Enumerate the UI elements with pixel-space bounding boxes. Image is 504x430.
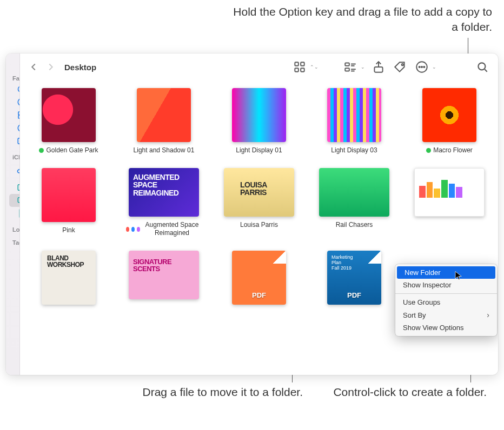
- finder-window: Favorites AirDrop Recents Applications D…: [6, 53, 498, 375]
- sidebar-section-favorites: Favorites: [6, 73, 19, 83]
- thumbnail: [42, 88, 96, 142]
- thumb-text: LOUISAPARRIS: [240, 181, 267, 196]
- menu-item-label: New Folder: [404, 268, 440, 277]
- thumbnail: SIGNATURESCENTS: [129, 251, 199, 299]
- group-button[interactable]: ⌄: [342, 60, 365, 74]
- file-label: Augmented Space Reimagined: [142, 221, 202, 238]
- context-menu-show-inspector[interactable]: Show Inspector: [395, 279, 497, 291]
- svg-rect-8: [295, 62, 299, 66]
- sidebar-item-airdrop[interactable]: AirDrop: [9, 83, 20, 96]
- context-menu: New Folder Show Inspector Use Groups Sor…: [395, 264, 497, 336]
- sidebar-item-downloads[interactable]: Downloads: [9, 122, 20, 135]
- menu-separator: [395, 293, 497, 294]
- file-item[interactable]: AUGMENTEDSPACEREIMAGINED Augmented Space…: [126, 168, 202, 238]
- more-icon: [414, 60, 430, 74]
- chevron-down-icon: ⌄: [361, 64, 365, 70]
- sidebar-item-documents[interactable]: Documents: [9, 207, 20, 220]
- cursor-icon: [454, 271, 463, 280]
- file-item[interactable]: BLANDWORKSHOP: [31, 251, 107, 305]
- file-item[interactable]: MarketingPlanFall 2019 PDF: [316, 251, 392, 305]
- group-icon: [342, 60, 359, 74]
- svg-point-15: [402, 64, 403, 65]
- file-item[interactable]: [412, 168, 487, 238]
- sidebar-tag-vacation[interactable]: Vacation: [9, 258, 20, 270]
- file-item[interactable]: Macro Flower: [412, 88, 487, 155]
- file-item[interactable]: Light Display 01: [221, 88, 297, 155]
- sidebar-item-applications[interactable]: Applications: [9, 109, 20, 122]
- file-label: Macro Flower: [433, 146, 473, 155]
- view-switcher[interactable]: ⌃⌄: [291, 60, 319, 74]
- share-button[interactable]: [370, 60, 387, 74]
- sidebar-item-pink[interactable]: Pink: [9, 135, 20, 147]
- sidebar-tag-weekend[interactable]: Weekend: [9, 292, 20, 304]
- file-item[interactable]: Golden Gate Park: [31, 88, 107, 155]
- file-item[interactable]: Pink: [31, 168, 107, 238]
- traffic-lights: [6, 58, 19, 73]
- svg-rect-13: [345, 68, 349, 71]
- thumbnail: [319, 168, 389, 217]
- file-label: Golden Gate Park: [46, 146, 98, 155]
- toolbar: Desktop ⌃⌄ ⌄ ⌄: [20, 53, 498, 80]
- sidebar-item-desktop[interactable]: Desktop: [9, 194, 20, 207]
- menu-item-label: Sort By: [403, 311, 426, 319]
- tags-button[interactable]: [392, 60, 408, 74]
- svg-rect-14: [374, 67, 382, 72]
- sidebar-item-shared[interactable]: Shared: [9, 181, 20, 194]
- file-item[interactable]: Rail Chasers: [316, 168, 392, 238]
- tag-dot-icon: [39, 148, 44, 153]
- sidebar-tag-garden[interactable]: Garden: [9, 281, 20, 292]
- pdf-badge: PDF: [252, 291, 266, 299]
- file-item[interactable]: SIGNATURESCENTS: [126, 251, 202, 305]
- menu-item-label: Show View Options: [403, 324, 464, 332]
- file-label: Louisa Parris: [240, 221, 278, 230]
- thumbnail: [414, 168, 485, 217]
- thumbnail: PDF: [232, 251, 286, 305]
- thumbnail: [137, 88, 191, 142]
- thumbnail: MarketingPlanFall 2019 PDF: [327, 251, 381, 305]
- svg-rect-9: [301, 62, 304, 66]
- file-label: Light and Shadow 01: [134, 146, 195, 155]
- thumb-text: SIGNATURESCENTS: [133, 258, 171, 273]
- svg-point-18: [421, 66, 422, 68]
- file-item[interactable]: Light Display 03: [316, 88, 392, 155]
- sidebar-section-tags: Tags: [6, 237, 19, 247]
- file-item[interactable]: LOUISAPARRIS Louisa Parris: [221, 168, 297, 238]
- callout-top: Hold the Option key and drag a file to a…: [227, 4, 492, 35]
- context-menu-use-groups[interactable]: Use Groups: [395, 296, 497, 308]
- tag-dot-icon: [126, 227, 129, 232]
- forward-button[interactable]: [45, 61, 57, 73]
- thumbnail: [422, 88, 476, 142]
- thumbnail: [327, 88, 381, 142]
- thumbnail: [42, 168, 96, 222]
- context-menu-show-view-options[interactable]: Show View Options: [395, 321, 497, 334]
- chevron-right-icon: ›: [487, 311, 489, 319]
- thumbnail: [232, 88, 286, 142]
- mini-chart-icon: [419, 178, 462, 198]
- page-fold-icon: [368, 251, 381, 264]
- sidebar-item-recents[interactable]: Recents: [9, 96, 20, 109]
- tag-dot-icon: [131, 227, 135, 232]
- file-item[interactable]: PDF: [221, 251, 297, 305]
- svg-point-17: [419, 66, 420, 68]
- svg-rect-11: [301, 68, 304, 72]
- context-menu-sort-by[interactable]: Sort By›: [395, 308, 497, 321]
- thumb-text: MarketingPlanFall 2019: [331, 255, 353, 271]
- sidebar: Favorites AirDrop Recents Applications D…: [6, 53, 20, 375]
- sidebar-item-icloud-drive[interactable]: iCloud Drive: [9, 162, 20, 181]
- tag-dot-icon: [137, 227, 140, 232]
- thumb-text: BLANDWORKSHOP: [47, 255, 84, 268]
- svg-point-20: [478, 63, 485, 70]
- sidebar-tag-urgent[interactable]: Urgent: [9, 247, 20, 258]
- back-button[interactable]: [28, 61, 39, 73]
- context-menu-new-folder[interactable]: New Folder: [397, 266, 495, 279]
- menu-item-label: Show Inspector: [403, 281, 452, 289]
- page-fold-icon: [273, 251, 286, 264]
- sidebar-tag-work[interactable]: Work: [9, 270, 20, 281]
- file-label: Pink: [62, 226, 75, 235]
- search-button[interactable]: [474, 60, 490, 74]
- file-item[interactable]: Light and Shadow 01: [126, 88, 202, 155]
- svg-point-19: [423, 66, 425, 68]
- file-label: Light Display 03: [331, 146, 377, 155]
- file-label: Rail Chasers: [336, 221, 373, 230]
- more-button[interactable]: ⌄: [414, 60, 436, 74]
